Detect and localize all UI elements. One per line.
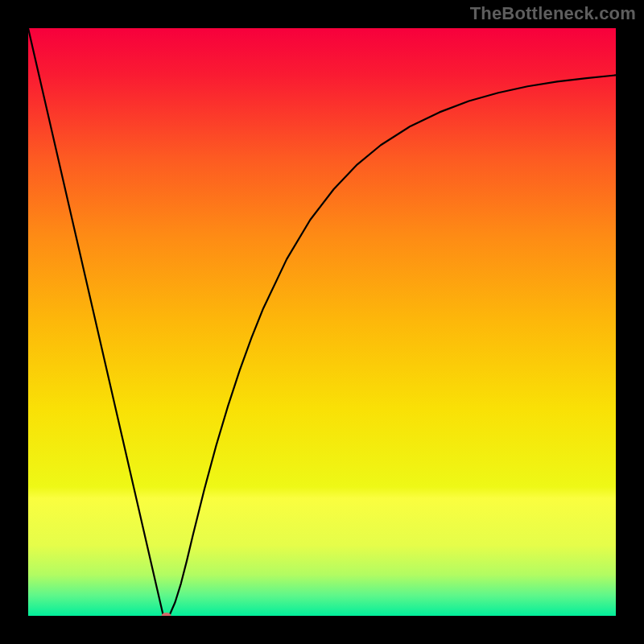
chart-container: { "attribution": "TheBottleneck.com", "c… — [0, 0, 644, 644]
gradient-bg — [28, 28, 616, 616]
attribution-text: TheBottleneck.com — [470, 3, 636, 24]
plot-area — [28, 28, 616, 616]
